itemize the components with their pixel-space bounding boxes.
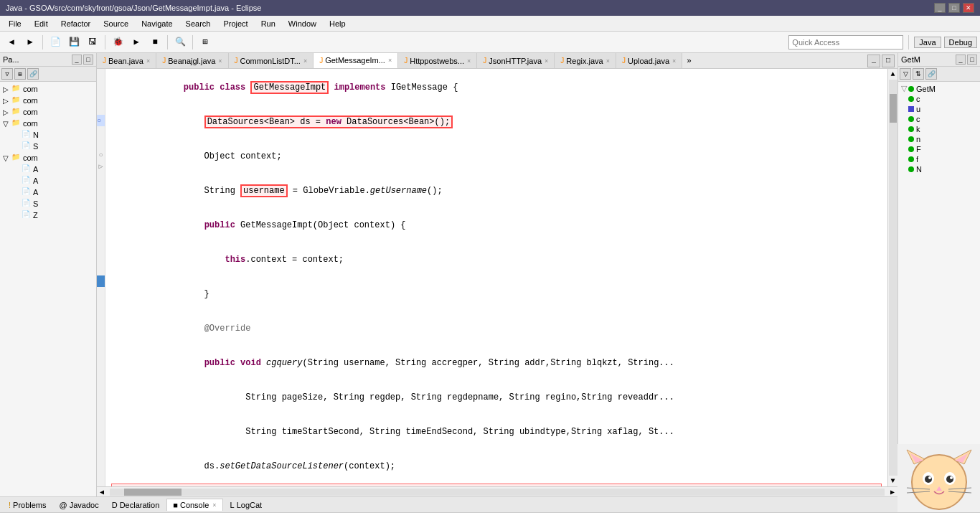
outline-item[interactable]: N — [900, 164, 979, 174]
tab-javadoc[interactable]: @ Javadoc — [54, 499, 105, 511]
code-line: public class GetMessageImpt implements I… — [111, 70, 882, 105]
tree-item[interactable]: ▽ 📁 com — [1, 152, 95, 164]
tree-item[interactable]: 📄 A — [1, 164, 95, 175]
code-editor[interactable]: ○ ○ ▷ — [97, 69, 897, 486]
toolbar-search-btn[interactable]: 🔍 — [171, 34, 189, 50]
tab-bar: JBean.java × JBeanajgl.java × JCommonLis… — [97, 53, 897, 69]
menu-search[interactable]: Search — [180, 18, 217, 29]
debug-perspective-badge[interactable]: Debug — [944, 37, 977, 48]
toolbar-save[interactable]: 💾 — [65, 34, 83, 50]
toolbar-btn-1[interactable]: ◀ — [3, 34, 20, 50]
outline-item[interactable]: n — [900, 134, 979, 144]
right-panel-content: ▽ GetM c u c k n — [898, 82, 980, 496]
code-line: public void cgquery(String username, Str… — [111, 346, 882, 380]
menu-navigate[interactable]: Navigate — [136, 18, 178, 29]
outline-item[interactable]: F — [900, 144, 979, 154]
title-bar: Java - GSOA/src/com/skyfront/gsoa/Json/G… — [0, 0, 980, 16]
window-controls[interactable]: _ □ ✕ — [934, 3, 974, 13]
code-line: @Override — [111, 311, 882, 346]
tab-beanajgl-java[interactable]: JBeanajgl.java × — [156, 53, 228, 69]
tree-item[interactable]: 📄 S — [1, 141, 95, 152]
toolbar-sep-3 — [167, 35, 168, 50]
quick-access-input[interactable] — [788, 35, 903, 50]
outline-item[interactable]: k — [900, 124, 979, 134]
menu-refactor[interactable]: Refactor — [55, 18, 97, 29]
h-scroll-thumb[interactable] — [124, 489, 182, 496]
svg-point-0 — [912, 455, 966, 509]
tab-overflow[interactable]: » — [682, 55, 696, 67]
editor-maximize-btn[interactable]: □ — [882, 55, 895, 67]
tree-item[interactable]: 📄 N — [1, 129, 95, 141]
code-content[interactable]: public class GetMessageImpt implements I… — [105, 69, 887, 486]
tree-item[interactable]: ▷ 📁 com — [1, 95, 95, 106]
tab-problems[interactable]: ! Problems — [3, 499, 52, 511]
close-button[interactable]: ✕ — [963, 3, 974, 13]
menu-edit[interactable]: Edit — [29, 18, 54, 29]
vertical-scrollbar[interactable]: ▲ ▼ — [887, 69, 897, 486]
outline-item[interactable]: u — [900, 104, 979, 114]
outline-sort-btn[interactable]: ⇅ — [913, 68, 924, 80]
tab-httppostwebs[interactable]: JHttppostwebs... × — [398, 53, 477, 69]
toolbar-debug[interactable]: 🐞 — [109, 34, 126, 50]
maximize-button[interactable]: □ — [948, 3, 960, 13]
toolbar-btn-2[interactable]: ▶ — [22, 34, 39, 50]
menu-project[interactable]: Project — [217, 18, 253, 29]
toolbar-sep-5 — [908, 35, 909, 50]
sidebar-toolbar-btn[interactable]: ▽ — [1, 68, 13, 80]
outline-maximize-btn[interactable]: □ — [967, 55, 977, 65]
toolbar-sep-1 — [42, 35, 43, 50]
outline-minimize-btn[interactable]: _ — [956, 55, 966, 65]
tree-item[interactable]: 📄 A — [1, 187, 95, 198]
tab-regix[interactable]: JRegix.java × — [555, 53, 616, 69]
horizontal-scrollbar[interactable]: ◀ ▶ — [97, 486, 897, 496]
main-layout: Pa... _ □ ▽ ⊞ 🔗 ▷ 📁 com ▷ 📁 com ▷ — [0, 53, 980, 496]
editor-minimize-btn[interactable]: _ — [867, 55, 880, 67]
tab-console[interactable]: ■ Console × — [166, 499, 222, 511]
tab-declaration[interactable]: D Declaration — [106, 499, 166, 511]
tree-item[interactable]: 📄 A — [1, 175, 95, 187]
code-line: public GetMessageImpt(Object context) { — [111, 208, 882, 242]
tab-bean-java[interactable]: JBean.java × — [97, 53, 156, 69]
tab-getmessageimp[interactable]: JGetMessageIm... × — [314, 53, 398, 69]
outline-toolbar-btn[interactable]: ▽ — [900, 68, 911, 80]
toolbar-new[interactable]: 📄 — [47, 34, 64, 50]
menu-window[interactable]: Window — [283, 18, 322, 29]
sidebar-minimize[interactable]: _ — [72, 55, 82, 65]
menu-file[interactable]: File — [3, 18, 27, 29]
toolbar-save-all[interactable]: 🖫 — [84, 34, 101, 50]
code-line: String username = GlobeVriable.getUserna… — [111, 174, 882, 208]
tree-item[interactable]: ▷ 📁 com — [1, 83, 95, 95]
tree-item[interactable]: 📄 S — [1, 198, 95, 209]
sidebar-maximize[interactable]: □ — [83, 55, 93, 65]
sidebar-collapse-btn[interactable]: ⊞ — [14, 68, 26, 80]
toolbar-run[interactable]: ▶ — [128, 34, 145, 50]
menu-source[interactable]: Source — [98, 18, 134, 29]
tab-upload[interactable]: JUpload.java × — [616, 53, 682, 69]
h-scroll-track[interactable] — [110, 489, 885, 496]
bottom-panel: ! Problems @ Javadoc D Declaration ■ Con… — [0, 496, 980, 528]
toolbar-stop[interactable]: ■ — [146, 34, 164, 50]
sidebar-header: Pa... _ □ — [0, 53, 96, 67]
java-perspective-badge[interactable]: Java — [914, 37, 941, 48]
outline-item[interactable]: c — [900, 114, 979, 124]
toolbar-perspective[interactable]: ⊞ — [197, 34, 214, 50]
outline-item[interactable]: f — [900, 154, 979, 164]
menu-help[interactable]: Help — [324, 18, 352, 29]
right-panel-header: GetM _ □ — [898, 53, 980, 67]
tab-commonlistdt[interactable]: JCommonListDT... × — [229, 53, 314, 69]
tree-item[interactable]: ▷ 📁 com — [1, 106, 95, 118]
menu-run[interactable]: Run — [255, 18, 281, 29]
tree-item[interactable]: 📄 Z — [1, 209, 95, 221]
tab-jsonhttp[interactable]: JJsonHTTP.java × — [477, 53, 555, 69]
svg-point-10 — [950, 476, 953, 479]
toolbar-sep-4 — [192, 35, 193, 50]
outline-root[interactable]: ▽ GetM — [900, 83, 979, 94]
outline-link-btn[interactable]: 🔗 — [925, 68, 937, 80]
tab-logcat[interactable]: L LogCat — [225, 499, 268, 511]
svg-point-8 — [946, 476, 953, 483]
sidebar-link-btn[interactable]: 🔗 — [27, 68, 39, 80]
minimize-button[interactable]: _ — [934, 3, 946, 13]
code-line: this.context = context; — [111, 242, 882, 277]
outline-item[interactable]: c — [900, 94, 979, 104]
tree-item[interactable]: ▽ 📁 com — [1, 118, 95, 129]
